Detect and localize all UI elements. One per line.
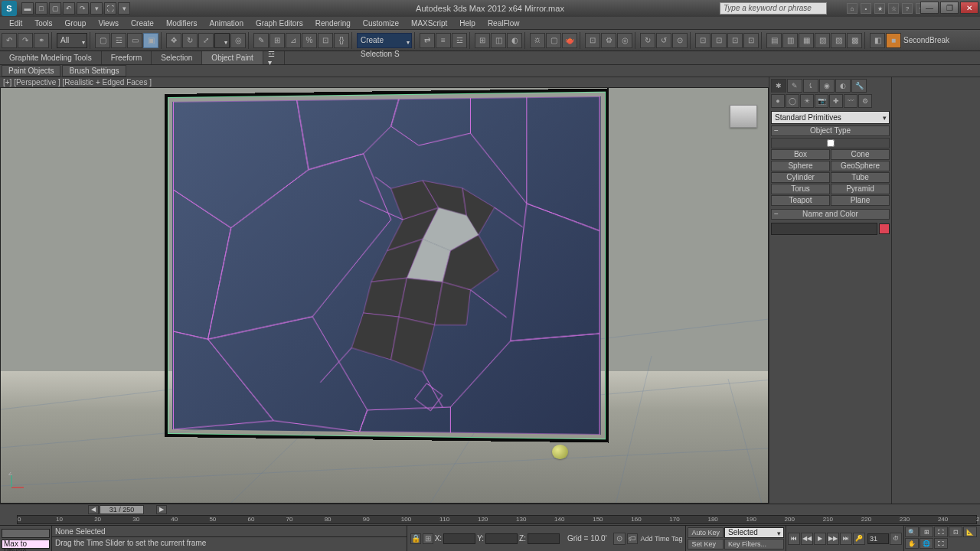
menu-grapheditors[interactable]: Graph Editors — [250, 18, 309, 29]
percent-snap-icon[interactable]: % — [302, 33, 317, 48]
time-config-icon[interactable]: ⏱ — [890, 533, 902, 545]
add-time-tag[interactable]: Add Time Tag — [641, 535, 683, 543]
prev-frame-icon[interactable]: ◀◀ — [801, 533, 813, 545]
extra-icon-orange[interactable]: ■ — [886, 33, 901, 48]
rollout-object-type[interactable]: Object Type — [771, 126, 890, 136]
extra-icon[interactable]: ⊡ — [743, 33, 759, 48]
infocenter-btn[interactable]: ☆ — [888, 3, 899, 14]
menu-create[interactable]: Create — [125, 18, 160, 29]
autogrid-checkbox-row[interactable] — [771, 138, 890, 148]
ribbon-collapse-icon[interactable]: ☲ ▾ — [263, 51, 285, 64]
key-mode-icon[interactable]: 🔑 — [853, 533, 865, 545]
viewcube[interactable] — [730, 105, 757, 128]
menu-modifiers[interactable]: Modifiers — [160, 18, 204, 29]
next-frame-icon[interactable]: ▶▶ — [827, 533, 839, 545]
redo-icon[interactable]: ↷ — [18, 33, 33, 48]
keymode-dropdown[interactable]: Selected — [724, 527, 784, 538]
modify-tab-icon[interactable]: ✎ — [787, 79, 802, 93]
sphere-button[interactable]: Sphere — [771, 161, 830, 171]
create-category-dropdown[interactable]: Standard Primitives — [771, 111, 890, 124]
time-ruler[interactable]: 0102030405060708090100110120130140150160… — [17, 515, 977, 524]
move-icon[interactable]: ✥ — [166, 33, 181, 48]
angle-snap-icon[interactable]: ⊿ — [286, 33, 301, 48]
box-button[interactable]: Box — [771, 149, 830, 160]
infocenter-btn[interactable]: ⌂ — [847, 3, 858, 14]
geosphere-button[interactable]: GeoSphere — [831, 161, 890, 171]
select-region-icon[interactable]: ▭ — [127, 33, 142, 48]
extra-icon[interactable]: ⚙ — [601, 33, 616, 48]
play-icon[interactable]: ▶ — [814, 533, 826, 545]
motion-tab-icon[interactable]: ◉ — [819, 79, 835, 93]
render-setup-icon[interactable]: ⛭ — [530, 33, 545, 48]
extra-icon[interactable]: ↺ — [656, 33, 671, 48]
menu-edit[interactable]: Edit — [3, 18, 28, 29]
qat-btn[interactable]: ▢ — [49, 2, 61, 15]
z-input[interactable] — [528, 533, 560, 544]
object-name-input[interactable] — [771, 223, 877, 235]
extra-icon[interactable]: ⊡ — [585, 33, 600, 48]
lights-cat-icon[interactable]: ☀ — [800, 94, 814, 108]
isolate-selection-icon[interactable]: ⊙ — [613, 533, 626, 545]
app-menu-icon[interactable]: S — [2, 1, 17, 16]
zoom-icon[interactable]: 🔍 — [905, 527, 919, 537]
rotate-icon[interactable]: ↻ — [182, 33, 198, 48]
scale-icon[interactable]: ⤢ — [198, 33, 214, 48]
maximize-button[interactable]: ❐ — [940, 2, 959, 14]
tube-button[interactable]: Tube — [831, 172, 890, 183]
extra-icon[interactable]: ⊙ — [672, 33, 688, 48]
keyfilters-button[interactable]: Key Filters... — [724, 539, 784, 549]
menu-help[interactable]: Help — [453, 18, 482, 29]
shapes-cat-icon[interactable]: ◯ — [786, 94, 799, 108]
autogrid-checkbox[interactable] — [827, 139, 835, 147]
link-icon[interactable]: ⚭ — [34, 33, 49, 48]
orbit-icon[interactable]: 🌐 — [920, 538, 933, 549]
ribbon-tab-graphite[interactable]: Graphite Modeling Tools — [0, 51, 102, 64]
cone-button[interactable]: Cone — [831, 149, 890, 160]
goto-end-icon[interactable]: ⏭ — [840, 533, 852, 545]
pan-icon[interactable]: ✋ — [905, 538, 919, 549]
ribbon-tab-selection[interactable]: Selection — [152, 51, 202, 64]
mirror-icon[interactable]: ⇄ — [420, 33, 435, 48]
selection-filter[interactable]: All — [57, 33, 87, 48]
menu-views[interactable]: Views — [92, 18, 125, 29]
rendered-frame-icon[interactable]: ▢ — [546, 33, 561, 48]
snap-icon[interactable]: ⊞ — [270, 33, 285, 48]
setkey-button[interactable]: Set Key — [688, 539, 724, 549]
qat-btn[interactable]: ↶ — [63, 2, 75, 15]
ribbon-tab-objectpaint[interactable]: Object Paint — [202, 51, 263, 64]
spacewarps-cat-icon[interactable]: 〰 — [844, 94, 858, 108]
cameras-cat-icon[interactable]: 📷 — [815, 94, 828, 108]
viewport-label[interactable]: [+] [Perspective ] [Realistic + Edged Fa… — [0, 77, 769, 87]
extra-icon[interactable]: ⊡ — [695, 33, 710, 48]
infocenter-btn[interactable]: ★ — [874, 3, 885, 14]
object-color-swatch[interactable] — [879, 223, 890, 234]
utilities-tab-icon[interactable]: 🔧 — [851, 79, 867, 93]
extra-icon[interactable]: ⊡ — [727, 33, 743, 48]
extra-icon[interactable]: ▦ — [799, 33, 814, 48]
menu-animation[interactable]: Animation — [203, 18, 249, 29]
display-tab-icon[interactable]: ◐ — [835, 79, 851, 93]
infocenter-search[interactable]: Type a keyword or phrase — [720, 2, 827, 15]
time-slider-row[interactable]: ◀ 31 / 250 ▶ — [0, 504, 980, 514]
qat-btn-dropdown[interactable]: ▾ — [118, 2, 130, 15]
extra-icon[interactable]: ◧ — [870, 33, 885, 48]
schematic-icon[interactable]: ◫ — [491, 33, 506, 48]
ribbon-brush-settings[interactable]: Brush Settings — [62, 65, 126, 77]
script-listener[interactable]: Max to Physic — [0, 526, 52, 551]
maximize-viewport-icon[interactable]: ⛶ — [934, 538, 948, 549]
geometry-cat-icon[interactable]: ● — [771, 94, 785, 108]
infocenter-btn[interactable]: • — [861, 3, 871, 14]
material-editor-icon[interactable]: ◐ — [507, 33, 522, 48]
pivot-icon[interactable]: ◎ — [230, 33, 246, 48]
qat-btn[interactable]: □ — [35, 2, 47, 15]
current-frame-input[interactable] — [867, 533, 889, 544]
extra-icon[interactable]: ▤ — [766, 33, 782, 48]
extra-icon[interactable]: ⊡ — [711, 33, 727, 48]
help-icon[interactable]: ? — [902, 3, 913, 14]
x-input[interactable] — [443, 533, 475, 544]
ref-coord-dropdown[interactable] — [214, 33, 230, 48]
cylinder-button[interactable]: Cylinder — [771, 172, 830, 183]
absolute-mode-icon[interactable]: ⊞ — [423, 533, 433, 544]
extra-icon[interactable]: ◎ — [617, 33, 632, 48]
spinner-snap-icon[interactable]: ⊡ — [318, 33, 333, 48]
